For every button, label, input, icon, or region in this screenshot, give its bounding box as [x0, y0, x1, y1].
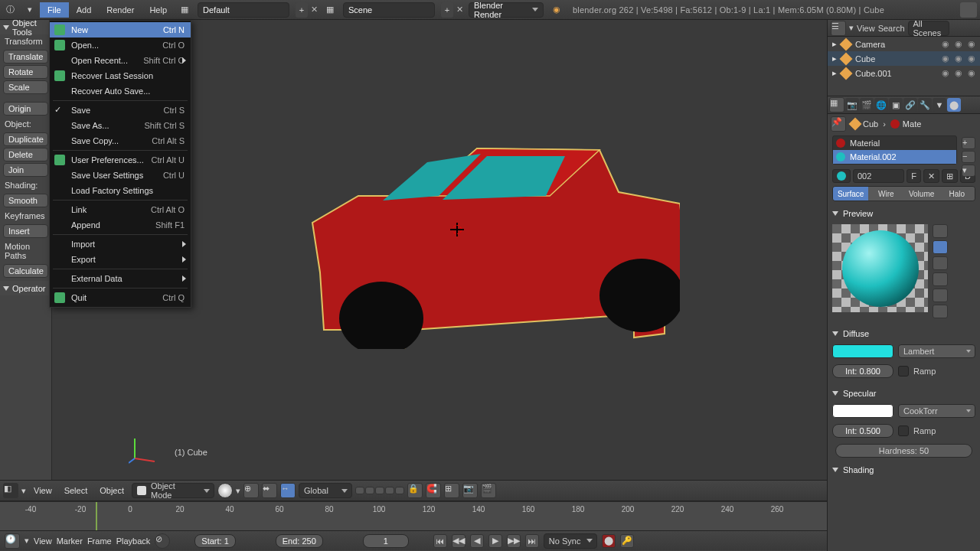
render-tab-icon[interactable]: 📷: [845, 98, 859, 112]
wire-tab[interactable]: Wire: [868, 187, 903, 201]
unlink-button[interactable]: ✕: [923, 169, 939, 183]
render-icon[interactable]: ◉: [966, 68, 977, 79]
cursor-icon[interactable]: ◉: [953, 68, 964, 79]
smooth-button[interactable]: Smooth: [3, 194, 48, 207]
end-frame-field[interactable]: End: 250: [276, 534, 323, 548]
outliner-item[interactable]: ▸Camera◉◉◉: [828, 37, 980, 51]
data-tab-icon[interactable]: ▼: [933, 98, 946, 112]
menu-render[interactable]: Render: [99, 2, 142, 18]
render-anim-icon[interactable]: 🎬: [481, 483, 496, 498]
scene-field[interactable]: Scene: [343, 2, 435, 18]
delete-button[interactable]: Delete: [3, 148, 48, 161]
file-menu-item[interactable]: Load Factory Settings: [50, 183, 191, 198]
layout-browse-icon[interactable]: ▦: [176, 2, 193, 18]
menu-help[interactable]: Help: [142, 2, 175, 18]
material-browse-button[interactable]: [832, 169, 851, 183]
flat-preview-button[interactable]: [933, 224, 948, 238]
specular-ramp-checkbox[interactable]: [898, 425, 909, 436]
sync-dropdown[interactable]: No Sync: [544, 533, 597, 549]
play-button[interactable]: ▶: [488, 534, 502, 548]
file-menu-item[interactable]: Export: [50, 252, 191, 267]
scene-tab-icon[interactable]: 🎬: [860, 98, 874, 112]
eye-icon[interactable]: ◉: [940, 68, 951, 79]
editor-type-icon[interactable]: ☰: [831, 21, 846, 36]
outliner-filter-dropdown[interactable]: All Scenes: [908, 21, 949, 36]
select-menu[interactable]: Select: [60, 486, 93, 495]
render-icon[interactable]: ◉: [966, 54, 977, 64]
object-menu[interactable]: Object: [95, 486, 129, 495]
file-menu-item[interactable]: Save Copy...Ctrl Alt S: [50, 133, 191, 148]
shading-header[interactable]: Shading: [828, 462, 980, 478]
file-menu-item[interactable]: Open...Ctrl O: [50, 37, 191, 53]
outliner-item[interactable]: ▸Cube◉◉◉: [828, 51, 980, 66]
delete-layout-button[interactable]: ✕: [308, 2, 320, 18]
slot-menu-button[interactable]: ▾: [962, 165, 975, 177]
view-menu[interactable]: View: [34, 536, 52, 546]
render-engine-dropdown[interactable]: Blender Render: [469, 2, 544, 18]
shading-caret[interactable]: ▾: [236, 486, 240, 496]
eye-icon[interactable]: ◉: [940, 39, 951, 50]
play-reverse-button[interactable]: ◀: [470, 534, 484, 548]
viewport-shading-button[interactable]: [217, 483, 233, 498]
manipulator-toggle[interactable]: ⬌: [262, 483, 277, 498]
file-menu-item[interactable]: Open Recent...Shift Ctrl O: [50, 53, 191, 68]
cube-preview-button[interactable]: [933, 256, 948, 270]
fake-user-button[interactable]: F: [906, 169, 921, 183]
crumb-object[interactable]: Cub: [851, 119, 878, 129]
editor-type-icon[interactable]: ▦: [829, 97, 844, 112]
diffuse-color-swatch[interactable]: [832, 344, 893, 358]
expand-icon[interactable]: ▸: [832, 68, 837, 78]
timeline-cursor[interactable]: [96, 502, 97, 530]
sky-preview-button[interactable]: [933, 305, 948, 318]
specular-color-swatch[interactable]: [832, 404, 893, 418]
material-tab-icon[interactable]: ⬤: [947, 98, 961, 112]
current-frame-field[interactable]: 1: [363, 534, 409, 548]
render-preview-icon[interactable]: 📷: [462, 483, 478, 498]
next-keyframe-button[interactable]: ▶▶: [507, 534, 521, 548]
specular-header[interactable]: Specular: [828, 386, 980, 401]
add-layout-button[interactable]: +: [296, 2, 308, 18]
add-slot-button[interactable]: +: [962, 137, 975, 149]
file-menu-item[interactable]: LinkCtrl Alt O: [50, 202, 191, 217]
diffuse-ramp-checkbox[interactable]: [898, 366, 909, 377]
collapse-icon[interactable]: ▾: [849, 23, 854, 33]
editor-type-icon[interactable]: ◧: [3, 483, 18, 498]
range-toggle[interactable]: ⊘: [155, 533, 170, 549]
playback-menu[interactable]: Playback: [116, 536, 151, 546]
jump-end-button[interactable]: ⏭: [525, 534, 539, 548]
snap-type-icon[interactable]: ⊞: [444, 483, 459, 498]
collapse-icon[interactable]: ▾: [24, 536, 29, 546]
menu-add[interactable]: Add: [69, 2, 100, 18]
join-button[interactable]: Join: [3, 163, 48, 177]
nodes-button[interactable]: ⊞: [942, 169, 958, 183]
material-slot[interactable]: Material.002: [833, 150, 956, 164]
material-slot[interactable]: Material: [833, 136, 956, 150]
delete-scene-button[interactable]: ✕: [453, 2, 466, 18]
file-menu-item[interactable]: Save User SettingsCtrl U: [50, 168, 191, 183]
cursor-icon[interactable]: ◉: [953, 39, 964, 50]
file-menu-item[interactable]: External Data: [50, 271, 191, 286]
specular-shader-dropdown[interactable]: CookTorr: [898, 404, 975, 418]
pin-icon[interactable]: 📌: [831, 116, 846, 132]
back-to-previous-button[interactable]: [960, 2, 977, 18]
outliner-item[interactable]: ▸Cube.001◉◉◉: [828, 66, 980, 80]
world-tab-icon[interactable]: 🌐: [874, 98, 888, 112]
calculate-button[interactable]: Calculate: [3, 264, 48, 278]
outliner-search-menu[interactable]: Search: [878, 24, 905, 33]
menu-file[interactable]: File: [40, 2, 69, 18]
expand-icon[interactable]: ▸: [832, 54, 837, 64]
file-menu-item[interactable]: Import: [50, 236, 191, 252]
start-frame-field[interactable]: Start: 1: [194, 534, 235, 548]
editor-type-icon[interactable]: 🕐: [5, 533, 20, 549]
sphere-preview-button[interactable]: [933, 240, 948, 254]
file-menu-item[interactable]: NewCtrl N: [50, 22, 191, 37]
timeline-ruler[interactable]: -40-200204060801001201401601802002202402…: [0, 502, 827, 531]
add-scene-button[interactable]: +: [441, 2, 453, 18]
hair-preview-button[interactable]: [933, 289, 948, 302]
insert-keyframe-button[interactable]: Insert: [3, 224, 48, 238]
crumb-material[interactable]: Mate: [890, 119, 921, 129]
specular-intensity-field[interactable]: Int: 0.500: [832, 424, 893, 438]
operator-header[interactable]: Operator: [0, 281, 51, 295]
keyingset-icon[interactable]: 🔑: [620, 534, 634, 548]
halo-tab[interactable]: Halo: [939, 187, 975, 201]
